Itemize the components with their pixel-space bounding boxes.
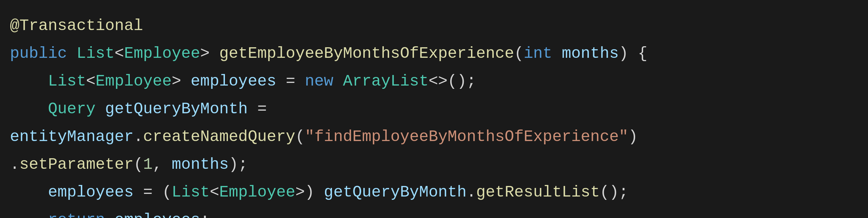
code-token: ) — [628, 128, 638, 146]
code-line: @Transactional — [10, 12, 858, 40]
code-token: ( — [295, 128, 305, 146]
code-token: > — [200, 44, 219, 62]
code-token: getResultList — [476, 183, 599, 201]
code-token: ArrayList — [343, 72, 428, 90]
code-token — [10, 211, 48, 218]
code-token — [95, 100, 105, 118]
code-token: "findEmployeeByMonthsOfExperience" — [305, 128, 628, 146]
code-token: getQueryByMonth — [324, 183, 467, 201]
code-token: < — [115, 44, 124, 62]
code-line: return employees; — [10, 206, 858, 218]
code-line: employees = (List<Employee>) getQueryByM… — [10, 178, 858, 206]
code-token: public — [10, 44, 76, 62]
code-token: ) — [457, 72, 467, 90]
code-token: employees — [191, 72, 276, 90]
code-token: < — [86, 72, 95, 90]
code-token: List — [172, 183, 210, 201]
code-line: .setParameter(1, months); — [10, 151, 858, 178]
code-token: . — [467, 183, 476, 201]
code-token — [10, 183, 48, 201]
code-token: ) { — [619, 44, 647, 62]
code-token: Employee — [95, 72, 172, 90]
code-token: getEmployeeByMonthsOfExperience — [219, 44, 514, 62]
code-token: Employee — [219, 183, 295, 201]
code-token: = — [248, 100, 267, 118]
code-token: Employee — [124, 44, 200, 62]
code-token: entityManager — [10, 128, 133, 146]
code-token: int — [524, 44, 561, 62]
code-token: > — [172, 72, 191, 90]
code-token: = — [276, 72, 305, 90]
code-token: . — [10, 156, 20, 174]
code-container: @Transactionalpublic List<Employee> getE… — [0, 0, 868, 218]
code-token: employees — [48, 183, 133, 201]
code-token: ; — [467, 72, 476, 90]
code-line: List<Employee> employees = new ArrayList… — [10, 67, 858, 95]
code-token: @Transactional — [10, 17, 143, 35]
code-token: List — [76, 44, 115, 62]
code-token: months — [172, 156, 229, 174]
code-token: ; — [200, 211, 210, 218]
code-token: = ( — [133, 183, 172, 201]
code-token: new — [305, 72, 343, 90]
code-token: 1 — [143, 156, 153, 174]
code-token: <>( — [428, 72, 457, 90]
code-token — [10, 72, 48, 90]
code-token: (); — [600, 183, 628, 201]
code-token: months — [562, 44, 619, 62]
code-line: Query getQueryByMonth = — [10, 95, 858, 123]
code-token: List — [48, 72, 86, 90]
code-token: >) — [295, 183, 324, 201]
code-token: , — [153, 156, 172, 174]
code-line: public List<Employee> getEmployeeByMonth… — [10, 40, 858, 67]
code-token: . — [133, 128, 143, 146]
code-token: employees — [115, 211, 200, 218]
code-token: return — [48, 211, 115, 218]
code-token: ( — [133, 156, 143, 174]
code-block: @Transactionalpublic List<Employee> getE… — [10, 0, 858, 218]
code-token: setParameter — [20, 156, 134, 174]
code-token: ( — [514, 44, 524, 62]
code-token: < — [210, 183, 219, 201]
code-token: ); — [229, 156, 248, 174]
code-line: entityManager.createNamedQuery("findEmpl… — [10, 123, 858, 151]
code-token: createNamedQuery — [143, 128, 295, 146]
code-token: getQueryByMonth — [105, 100, 248, 118]
code-token — [10, 100, 48, 118]
code-token: Query — [48, 100, 95, 118]
